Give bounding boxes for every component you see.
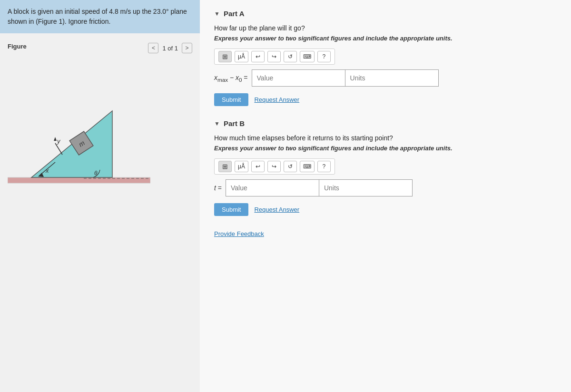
svg-line-8	[55, 143, 62, 155]
part-b-answer-row: t =	[214, 179, 557, 196]
figure-area: Figure < 1 of 1 > m	[0, 33, 200, 392]
part-b-request-answer-button[interactable]: Request Answer	[254, 206, 299, 213]
part-a-instruction: Express your answer to two significant f…	[214, 35, 557, 42]
part-a-action-row: Submit Request Answer	[214, 93, 557, 106]
part-b-submit-button[interactable]: Submit	[214, 203, 248, 216]
undo-button-b[interactable]: ↩	[251, 161, 265, 172]
part-a-equation-label: xmax − x0 =	[214, 74, 248, 83]
refresh-icon-a: ↺	[288, 53, 293, 60]
mu-button-a[interactable]: μÅ	[235, 51, 248, 62]
matrix-button-a[interactable]: ⊞	[218, 51, 232, 62]
diagram-container: m x y θ	[8, 73, 150, 206]
figure-label: Figure	[8, 43, 27, 50]
part-a-submit-button[interactable]: Submit	[214, 93, 248, 106]
help-icon-a: ?	[323, 53, 326, 60]
prev-figure-button[interactable]: <	[148, 43, 158, 53]
part-a-question: How far up the plane will it go?	[214, 24, 557, 32]
undo-icon-a: ↩	[256, 53, 260, 60]
redo-icon-b: ↪	[272, 163, 276, 170]
figure-page: 1 of 1	[162, 45, 178, 52]
mu-icon-a: μÅ	[238, 53, 245, 60]
matrix-icon-b: ⊞	[222, 163, 228, 170]
redo-icon-a: ↪	[272, 53, 276, 60]
part-b-toggle[interactable]: ▼	[214, 120, 220, 127]
redo-button-b[interactable]: ↪	[267, 161, 281, 172]
refresh-button-b[interactable]: ↺	[284, 161, 297, 172]
part-b-toolbar: ⊞ μÅ ↩ ↪ ↺ ⌨ ?	[214, 158, 335, 175]
part-a-toggle[interactable]: ▼	[214, 10, 220, 17]
keyboard-icon-a: ⌨	[303, 53, 311, 60]
part-a-toolbar: ⊞ μÅ ↩ ↪ ↺ ⌨ ?	[214, 49, 335, 65]
svg-text:y: y	[57, 137, 61, 145]
part-b-section: ▼ Part B How much time elapses before it…	[214, 119, 557, 216]
next-figure-button[interactable]: >	[182, 43, 192, 53]
keyboard-icon-b: ⌨	[303, 163, 311, 170]
svg-marker-9	[54, 137, 57, 141]
matrix-icon-a: ⊞	[222, 53, 228, 60]
redo-button-a[interactable]: ↪	[267, 51, 281, 62]
figure-nav: < 1 of 1 >	[148, 43, 192, 53]
part-b-question: How much time elapses before it returns …	[214, 134, 557, 142]
part-b-instruction: Express your answer to two significant f…	[214, 145, 557, 152]
part-b-equation-label: t =	[214, 184, 222, 192]
part-a-value-input[interactable]	[252, 70, 345, 86]
problem-statement: A block is given an initial speed of 4.8…	[0, 0, 200, 33]
svg-text:x: x	[45, 167, 49, 174]
part-b-header: ▼ Part B	[214, 119, 557, 127]
part-b-title: Part B	[224, 119, 245, 127]
part-a-answer-row: xmax − x0 =	[214, 69, 557, 87]
keyboard-button-a[interactable]: ⌨	[300, 51, 315, 62]
part-a-units-input[interactable]	[345, 70, 438, 86]
part-a-title: Part A	[224, 10, 245, 18]
part-b-units-input[interactable]	[319, 180, 412, 196]
part-b-action-row: Submit Request Answer	[214, 203, 557, 216]
help-button-a[interactable]: ?	[317, 51, 331, 62]
mu-icon-b: μÅ	[238, 163, 245, 170]
diagram-svg: m x y θ	[8, 73, 150, 196]
keyboard-button-b[interactable]: ⌨	[300, 161, 315, 172]
part-a-section: ▼ Part A How far up the plane will it go…	[214, 10, 557, 106]
part-a-request-answer-button[interactable]: Request Answer	[254, 96, 299, 103]
undo-icon-b: ↩	[256, 163, 260, 170]
refresh-icon-b: ↺	[288, 163, 293, 170]
svg-text:θ: θ	[94, 170, 98, 176]
matrix-button-b[interactable]: ⊞	[218, 161, 232, 172]
provide-feedback-button[interactable]: Provide Feedback	[214, 230, 264, 237]
refresh-button-a[interactable]: ↺	[284, 51, 297, 62]
problem-text: A block is given an initial speed of 4.8…	[8, 8, 187, 25]
part-b-value-input[interactable]	[226, 180, 319, 196]
undo-button-a[interactable]: ↩	[251, 51, 265, 62]
help-button-b[interactable]: ?	[317, 161, 331, 172]
mu-button-b[interactable]: μÅ	[235, 161, 248, 172]
left-panel: A block is given an initial speed of 4.8…	[0, 0, 200, 392]
right-panel: ▼ Part A How far up the plane will it go…	[200, 0, 571, 392]
help-icon-b: ?	[323, 163, 326, 170]
part-a-header: ▼ Part A	[214, 10, 557, 18]
